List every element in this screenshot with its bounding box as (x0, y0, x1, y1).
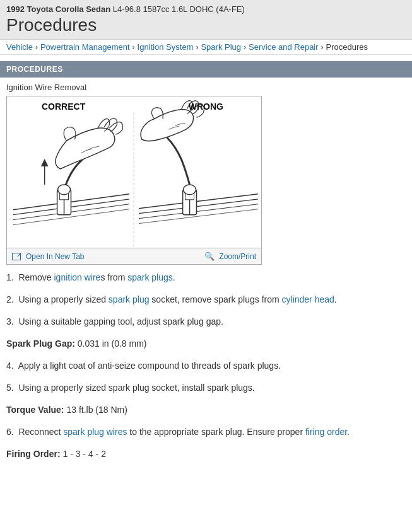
cylinder-head-link[interactable]: cylinder head (282, 294, 334, 304)
firing-order-link[interactable]: firing order (305, 427, 347, 437)
diagram-svg (7, 96, 261, 248)
zoom-print-label: Zoom/Print (219, 252, 256, 261)
breadcrumb-sparkplug[interactable]: Spark Plug (201, 42, 241, 52)
breadcrumb-service[interactable]: Service and Repair (249, 42, 319, 52)
breadcrumb-sep-4: › (244, 43, 246, 52)
ignition-wire-link[interactable]: ignition wire (54, 272, 100, 282)
step-1: 1. Remove ignition wires from spark plug… (6, 271, 406, 284)
step-1-text-b: s from (100, 272, 127, 282)
vehicle-specs: L4-96.8 1587cc 1.6L DOHC (4A-FE) (110, 4, 245, 14)
steps-list: 1. Remove ignition wires from spark plug… (6, 271, 406, 461)
step-6-num: 6. Reconnect (6, 427, 63, 437)
spark-plug-gap-value: 0.031 in (0.8 mm) (75, 338, 147, 349)
step-2-text-c: . (334, 294, 337, 304)
firing-order-line: Firing Order: 1 - 3 - 4 - 2 (6, 448, 406, 461)
breadcrumb-sep-3: › (196, 43, 198, 52)
spark-plug-link-2[interactable]: spark plug (109, 294, 150, 304)
vehicle-title-bold: 1992 Toyota Corolla Sedan (6, 4, 110, 14)
image-footer: ↗ Open In New Tab 🔍 Zoom/Print (7, 248, 261, 264)
step-1-num: 1. Remove (6, 272, 54, 282)
open-in-new-tab-link[interactable]: ↗ Open In New Tab (12, 252, 85, 261)
step-5: 5. Using a properly sized spark plug soc… (6, 381, 406, 395)
step-1-text-c: . (173, 272, 175, 282)
step-5-text: 5. Using a properly sized spark plug soc… (6, 383, 255, 393)
diagram-correct-label: CORRECT (42, 101, 85, 112)
breadcrumb-vehicle[interactable]: Vehicle (6, 42, 33, 52)
diagram-area: CORRECT WRONG (7, 96, 261, 248)
breadcrumb-powertrain[interactable]: Powertrain Management (40, 42, 130, 52)
svg-point-8 (58, 185, 71, 195)
section-header: PROCEDURES (0, 61, 412, 78)
step-4: 4. Apply a light coat of anti-seize comp… (6, 359, 406, 373)
step-3-text: 3. Using a suitable gapping tool, adjust… (6, 316, 223, 327)
new-tab-icon: ↗ (12, 253, 21, 260)
step-2: 2. Using a properly sized spark plug soc… (6, 293, 406, 306)
torque-value-value: 13 ft.lb (18 Nm) (64, 405, 127, 415)
spark-plug-gap-label: Spark Plug Gap: (6, 338, 75, 349)
step-6-text-c: . (347, 427, 350, 437)
step-3: 3. Using a suitable gapping tool, adjust… (6, 315, 406, 328)
step-6: 6. Reconnect spark plug wires to the app… (6, 425, 406, 439)
vehicle-header: 1992 Toyota Corolla Sedan L4-96.8 1587cc… (0, 0, 412, 40)
svg-point-17 (184, 185, 196, 195)
diagram-wrong-label: WRONG (189, 101, 223, 112)
step-4-text: 4. Apply a light coat of anti-seize comp… (6, 361, 281, 371)
diagram-label: Ignition Wire Removal (6, 83, 406, 92)
breadcrumb-sep-5: › (321, 43, 324, 52)
spark-plug-wires-link[interactable]: spark plug wires (63, 427, 127, 437)
torque-value-label: Torque Value: (6, 405, 64, 415)
zoom-icon: 🔍 (204, 252, 215, 261)
breadcrumb-current: Procedures (326, 42, 368, 52)
page-title: Procedures (6, 14, 406, 38)
breadcrumb: Vehicle › Powertrain Management › Igniti… (0, 40, 412, 55)
firing-order-label: Firing Order: (6, 449, 61, 459)
step-2-text-b: socket, remove spark plugs from (149, 294, 281, 304)
firing-order-value: 1 - 3 - 4 - 2 (61, 449, 106, 459)
open-new-tab-label: Open In New Tab (26, 252, 85, 261)
breadcrumb-ignition[interactable]: Ignition System (138, 42, 194, 52)
zoom-print-link[interactable]: 🔍 Zoom/Print (204, 252, 256, 261)
step-6-text-b: to the appropriate spark plug. Ensure pr… (127, 427, 305, 437)
breadcrumb-sep-2: › (132, 43, 135, 52)
breadcrumb-sep-1: › (35, 43, 38, 52)
spark-plugs-link-1[interactable]: spark plugs (127, 272, 173, 282)
diagram-box: CORRECT WRONG (6, 96, 262, 265)
spark-plug-gap-line: Spark Plug Gap: 0.031 in (0.8 mm) (6, 337, 406, 350)
torque-value-line: Torque Value: 13 ft.lb (18 Nm) (6, 403, 406, 417)
step-2-num: 2. Using a properly sized (6, 294, 109, 304)
content-area: Ignition Wire Removal CORRECT WRONG (0, 83, 412, 461)
